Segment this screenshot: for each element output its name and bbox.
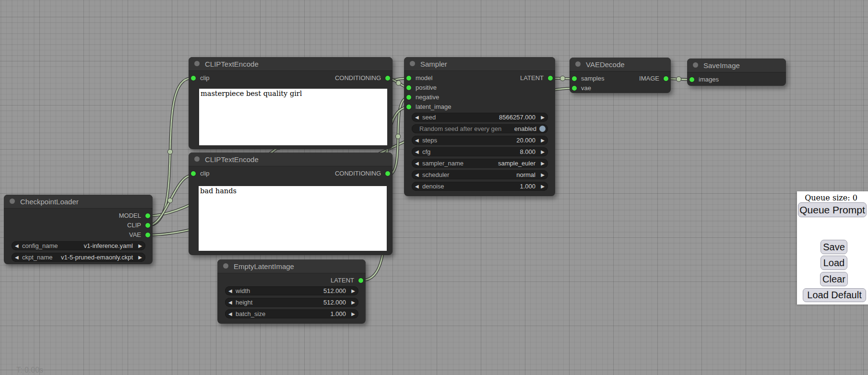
collapse-dot-icon[interactable]: [194, 156, 200, 162]
widget-left-arrow-icon[interactable]: ◀: [15, 241, 19, 250]
widget-scheduler[interactable]: ◀▶schedulernormal: [412, 170, 548, 179]
output-port-dot[interactable]: [548, 76, 553, 81]
widget-left-arrow-icon[interactable]: ◀: [415, 159, 419, 168]
widget-value: 1.000: [520, 182, 535, 191]
widget-width[interactable]: ◀▶width512.000: [225, 286, 358, 295]
node-title: VAEDecode: [586, 60, 625, 69]
input-port-dot[interactable]: [406, 95, 411, 100]
widget-right-arrow-icon[interactable]: ▶: [541, 182, 545, 191]
input-port-dot[interactable]: [572, 76, 577, 81]
input-port-samples: samples: [572, 75, 604, 82]
output-port-dot[interactable]: [145, 223, 150, 228]
input-port-dot[interactable]: [191, 76, 196, 81]
widget-right-arrow-icon[interactable]: ▶: [541, 159, 545, 168]
collapse-dot-icon[interactable]: [10, 199, 15, 204]
node-sampler[interactable]: Samplermodelpositivenegativelatent_image…: [404, 57, 555, 196]
load-default-button[interactable]: Load Default: [803, 288, 866, 302]
collapse-dot-icon[interactable]: [693, 62, 698, 68]
input-port-dot[interactable]: [406, 76, 411, 81]
widget-label: ckpt_name: [22, 253, 53, 262]
widget-right-arrow-icon[interactable]: ▶: [351, 286, 355, 295]
widget-left-arrow-icon[interactable]: ◀: [228, 309, 232, 318]
collapse-dot-icon[interactable]: [194, 61, 200, 66]
output-port-LATENT: LATENT: [520, 74, 553, 82]
widget-config_name[interactable]: ◀▶config_namev1-inference.yaml: [12, 241, 145, 250]
widget-right-arrow-icon[interactable]: ▶: [541, 113, 545, 122]
save-button[interactable]: Save: [820, 240, 847, 254]
output-port-LATENT: LATENT: [331, 277, 363, 284]
load-button[interactable]: Load: [820, 256, 847, 270]
output-port-dot[interactable]: [358, 278, 363, 283]
output-port-VAE: VAE: [129, 231, 150, 239]
widget-label: sampler_name: [422, 159, 464, 168]
widget-left-arrow-icon[interactable]: ◀: [415, 136, 419, 145]
render-time-status: T: 0.00s: [16, 366, 43, 375]
widget-left-arrow-icon[interactable]: ◀: [228, 286, 232, 295]
output-port-dot[interactable]: [664, 76, 668, 81]
widget-label: Random seed after every gen: [419, 124, 501, 133]
output-port-dot[interactable]: [145, 233, 150, 237]
widget-left-arrow-icon[interactable]: ◀: [15, 253, 19, 262]
toggle-knob-icon[interactable]: [539, 126, 546, 132]
widget-left-arrow-icon[interactable]: ◀: [415, 113, 419, 122]
node-empty-latent-image[interactable]: EmptyLatentImageLATENT◀▶width512.000◀▶he…: [217, 259, 366, 324]
prompt-textarea[interactable]: bad hands: [199, 186, 387, 251]
queue-prompt-button[interactable]: Queue Prompt: [798, 202, 867, 217]
collapse-dot-icon[interactable]: [575, 61, 581, 67]
node-vae-decode[interactable]: VAEDecodesamplesvaeIMAGE: [570, 58, 671, 93]
widget-left-arrow-icon[interactable]: ◀: [415, 147, 419, 156]
input-port-dot[interactable]: [690, 77, 694, 82]
input-port-negative: negative: [406, 94, 439, 101]
widget-steps[interactable]: ◀▶steps20.000: [412, 136, 548, 145]
prompt-textarea[interactable]: masterpiece best quality girl: [199, 89, 387, 145]
widget-right-arrow-icon[interactable]: ▶: [541, 170, 545, 179]
node-title-bar: EmptyLatentImage: [217, 259, 366, 273]
input-port-images: images: [690, 76, 719, 83]
clear-button[interactable]: Clear: [820, 272, 848, 286]
node-clip-text-encode-negative[interactable]: CLIPTextEncodeclipCONDITIONINGbad hands: [189, 152, 392, 255]
widget-toggle[interactable]: Random seed after every genenabled: [412, 124, 548, 133]
widget-left-arrow-icon[interactable]: ◀: [415, 170, 419, 179]
output-port-MODEL: MODEL: [119, 212, 150, 220]
input-port-positive: positive: [406, 84, 437, 92]
widget-label: width: [236, 286, 250, 295]
input-port-dot[interactable]: [572, 86, 577, 91]
widget-right-arrow-icon[interactable]: ▶: [351, 309, 355, 318]
graph-canvas[interactable]: CheckpointLoaderMODELCLIPVAE◀▶config_nam…: [0, 0, 868, 375]
output-port-dot[interactable]: [385, 171, 390, 176]
widget-left-arrow-icon[interactable]: ◀: [415, 182, 419, 191]
widget-right-arrow-icon[interactable]: ▶: [138, 253, 142, 262]
widget-right-arrow-icon[interactable]: ▶: [541, 147, 545, 156]
widget-right-arrow-icon[interactable]: ▶: [541, 136, 545, 145]
output-port-dot[interactable]: [145, 213, 150, 218]
widget-denoise[interactable]: ◀▶denoise1.000: [412, 182, 548, 191]
node-title: Sampler: [420, 60, 447, 68]
node-save-image[interactable]: SaveImageimages: [687, 59, 786, 86]
node-checkpoint-loader[interactable]: CheckpointLoaderMODELCLIPVAE◀▶config_nam…: [4, 195, 153, 264]
widget-left-arrow-icon[interactable]: ◀: [228, 298, 232, 307]
output-port-dot[interactable]: [385, 76, 390, 81]
widget-ckpt_name[interactable]: ◀▶ckpt_namev1-5-pruned-emaonly.ckpt: [12, 253, 145, 262]
node-title-bar: VAEDecode: [570, 58, 671, 71]
widget-seed[interactable]: ◀▶seed8566257.000: [412, 113, 548, 122]
widget-label: steps: [422, 136, 437, 145]
widget-value: v1-inference.yaml: [83, 241, 133, 250]
widget-sampler_name[interactable]: ◀▶sampler_namesample_euler: [412, 159, 548, 168]
input-port-dot[interactable]: [406, 105, 411, 109]
widget-cfg[interactable]: ◀▶cfg8.000: [412, 147, 548, 156]
node-title-bar: CheckpointLoader: [4, 195, 153, 209]
output-port-CONDITIONING: CONDITIONING: [335, 170, 390, 177]
widget-height[interactable]: ◀▶height512.000: [225, 298, 358, 307]
collapse-dot-icon[interactable]: [223, 263, 228, 269]
widget-right-arrow-icon[interactable]: ▶: [138, 241, 142, 250]
widget-batch_size[interactable]: ◀▶batch_size1.000: [225, 309, 358, 318]
node-clip-text-encode-positive[interactable]: CLIPTextEncodeclipCONDITIONINGmasterpiec…: [189, 57, 392, 149]
input-port-dot[interactable]: [191, 171, 196, 176]
node-title: CheckpointLoader: [20, 198, 79, 206]
widget-right-arrow-icon[interactable]: ▶: [351, 298, 355, 307]
node-title: SaveImage: [703, 61, 740, 70]
input-port-dot[interactable]: [406, 85, 411, 90]
node-title-bar: SaveImage: [687, 59, 786, 72]
collapse-dot-icon[interactable]: [410, 61, 415, 66]
input-port-model: model: [406, 74, 432, 82]
